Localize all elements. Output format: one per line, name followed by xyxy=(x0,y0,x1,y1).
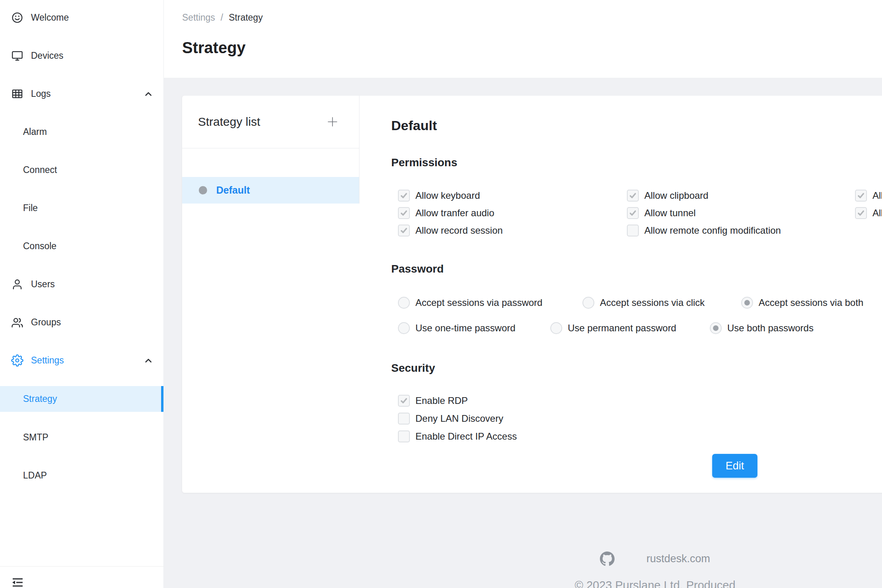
checkbox-allow-clipboard[interactable]: Allow clipboard xyxy=(627,187,855,204)
radio-label: Accept sessions via both xyxy=(759,297,863,308)
radio-label: Accept sessions via password xyxy=(415,297,542,308)
checkbox-truncated-2[interactable]: All xyxy=(855,204,882,222)
content-area: Strategy list Default D xyxy=(164,78,882,588)
checkbox-label: Allow clipboard xyxy=(644,190,708,201)
checkbox-label: Enable Direct IP Access xyxy=(415,431,517,442)
sidebar-item-label: Devices xyxy=(31,50,154,61)
sidebar-item-strategy[interactable]: Strategy xyxy=(0,386,163,412)
strategy-detail-title: Default xyxy=(391,116,882,135)
collapse-sidebar-button[interactable] xyxy=(11,577,24,588)
checkbox-label: Allow record session xyxy=(415,225,503,236)
permissions-grid: Allow keyboard Allow clipboard All xyxy=(391,187,882,239)
chevron-up-icon xyxy=(143,89,154,99)
checkbox-icon xyxy=(398,225,410,236)
main-area: Settings / Strategy Strategy Strategy li… xyxy=(164,0,882,588)
accept-sessions-radio-group: Accept sessions via password Accept sess… xyxy=(398,292,882,313)
sidebar-item-file[interactable]: File xyxy=(0,196,163,221)
sidebar-item-label: LDAP xyxy=(23,470,154,481)
breadcrumb-settings-link[interactable]: Settings xyxy=(182,12,215,23)
breadcrumb-current: Strategy xyxy=(229,12,263,23)
radio-icon xyxy=(398,297,410,309)
sidebar-item-smtp[interactable]: SMTP xyxy=(0,425,163,450)
page-header: Settings / Strategy Strategy xyxy=(164,0,882,78)
sidebar-item-logs[interactable]: Logs xyxy=(0,81,163,106)
sidebar-item-label: SMTP xyxy=(23,432,154,443)
checkbox-label: Allow tunnel xyxy=(644,208,696,219)
app-window: Welcome Devices Logs Alarm Connect File xyxy=(0,0,882,588)
checkbox-icon xyxy=(398,430,410,442)
checkbox-allow-keyboard[interactable]: Allow keyboard xyxy=(398,187,627,204)
security-heading: Security xyxy=(391,361,882,376)
strategy-list-item-default[interactable]: Default xyxy=(182,177,359,204)
password-heading: Password xyxy=(391,261,882,277)
strategy-list-header: Strategy list xyxy=(182,96,359,148)
checkbox-label: Enable RDP xyxy=(415,395,468,406)
strategy-list-title: Strategy list xyxy=(198,115,260,129)
checkbox-enable-direct-ip[interactable]: Enable Direct IP Access xyxy=(398,427,882,445)
checkbox-label: All xyxy=(872,208,882,219)
radio-one-time-password[interactable]: Use one-time password xyxy=(398,322,550,334)
rustdesk-link[interactable]: rustdesk.com xyxy=(646,553,710,565)
strategy-name: Default xyxy=(216,184,250,196)
radio-both-passwords[interactable]: Use both passwords xyxy=(710,322,813,334)
status-dot-icon xyxy=(199,186,207,194)
radio-accept-via-password[interactable]: Accept sessions via password xyxy=(398,297,582,309)
sidebar-item-label: Connect xyxy=(23,165,154,175)
sidebar-item-groups[interactable]: Groups xyxy=(0,310,163,335)
add-strategy-button[interactable] xyxy=(326,115,339,129)
copyright-text: © 2023 Purslane Ltd. Produced xyxy=(575,579,735,588)
checkbox-allow-record-session[interactable]: Allow record session xyxy=(398,222,627,239)
permissions-heading: Permissions xyxy=(391,155,882,170)
radio-icon xyxy=(741,297,753,309)
checkbox-icon xyxy=(627,190,639,202)
sidebar-item-label: Users xyxy=(31,279,154,290)
radio-accept-via-both[interactable]: Accept sessions via both xyxy=(741,297,863,309)
radio-label: Use one-time password xyxy=(415,323,515,334)
security-options: Enable RDP Deny LAN Discovery Enable Dir… xyxy=(391,392,882,445)
radio-permanent-password[interactable]: Use permanent password xyxy=(550,322,710,334)
sidebar-item-settings[interactable]: Settings xyxy=(0,348,163,373)
checkbox-label: Allow keyboard xyxy=(415,190,480,201)
strategy-list-panel: Strategy list Default xyxy=(182,96,359,493)
sidebar-item-ldap[interactable]: LDAP xyxy=(0,463,163,488)
checkbox-deny-lan-discovery[interactable]: Deny LAN Discovery xyxy=(398,409,882,427)
sidebar-item-label: Strategy xyxy=(23,394,151,404)
sidebar-item-devices[interactable]: Devices xyxy=(0,43,163,68)
checkbox-icon xyxy=(627,225,639,236)
radio-icon xyxy=(582,297,594,309)
sidebar-item-users[interactable]: Users xyxy=(0,272,163,297)
checkbox-enable-rdp[interactable]: Enable RDP xyxy=(398,392,882,409)
checkbox-allow-tunnel[interactable]: Allow tunnel xyxy=(627,204,855,222)
gear-icon xyxy=(11,354,23,367)
divider xyxy=(0,566,163,567)
radio-icon xyxy=(550,322,562,334)
sidebar-item-label: Logs xyxy=(31,88,143,99)
checkbox-allow-transfer-audio[interactable]: Allow tranfer audio xyxy=(398,204,627,222)
github-icon[interactable] xyxy=(600,551,615,566)
sidebar-item-console[interactable]: Console xyxy=(0,234,163,259)
monitor-icon xyxy=(11,50,23,62)
checkbox-allow-remote-config[interactable]: Allow remote config modification xyxy=(627,222,855,239)
checkbox-truncated-1[interactable]: All xyxy=(855,187,882,204)
radio-label: Accept sessions via click xyxy=(600,297,705,308)
checkbox-icon xyxy=(398,207,410,219)
radio-label: Use both passwords xyxy=(727,323,813,334)
chevron-up-icon xyxy=(143,355,154,366)
radio-accept-via-click[interactable]: Accept sessions via click xyxy=(582,297,741,309)
password-options: Accept sessions via password Accept sess… xyxy=(391,292,882,338)
table-icon xyxy=(11,88,23,100)
sidebar-item-connect[interactable]: Connect xyxy=(0,158,163,183)
sidebar-item-welcome[interactable]: Welcome xyxy=(0,5,163,30)
plus-icon xyxy=(326,115,339,129)
edit-button[interactable]: Edit xyxy=(712,454,757,478)
users-icon xyxy=(11,316,23,329)
sidebar-item-label: Settings xyxy=(31,355,143,366)
page-footer: rustdesk.com © 2023 Purslane Ltd. Produc… xyxy=(182,493,882,588)
radio-icon xyxy=(398,322,410,334)
sidebar-item-alarm[interactable]: Alarm xyxy=(0,119,163,144)
sidebar: Welcome Devices Logs Alarm Connect File xyxy=(0,0,164,588)
sidebar-item-label: Welcome xyxy=(31,12,154,23)
list-spacer xyxy=(182,148,359,177)
radio-icon xyxy=(710,322,722,334)
checkbox-label: Allow remote config modification xyxy=(644,225,781,236)
